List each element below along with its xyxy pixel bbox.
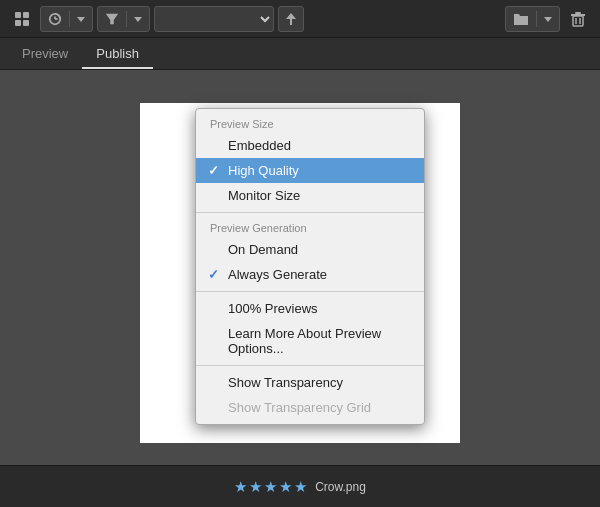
- menu-item-monitor-size[interactable]: Monitor Size: [196, 183, 424, 208]
- dropdown-menu: Preview Size Embedded High Quality Monit…: [195, 108, 425, 425]
- bottom-bar: ★ ★ ★ ★ ★ Crow.png: [0, 465, 600, 507]
- menu-item-show-transparency[interactable]: Show Transparency: [196, 370, 424, 395]
- filter-btn-group: [97, 6, 150, 32]
- menu-item-embedded[interactable]: Embedded: [196, 133, 424, 158]
- star-3[interactable]: ★: [264, 478, 277, 496]
- preview-btn-group: [40, 6, 93, 32]
- svg-rect-1: [23, 12, 29, 18]
- preview-gen-header: Preview Generation: [196, 217, 424, 237]
- svg-marker-12: [544, 17, 552, 22]
- menu-divider-1: [196, 212, 424, 213]
- menu-divider-2: [196, 291, 424, 292]
- filename-label: Crow.png: [315, 480, 366, 494]
- preview-size-header: Preview Size: [196, 113, 424, 133]
- star-5[interactable]: ★: [294, 478, 307, 496]
- tab-publish[interactable]: Publish: [82, 40, 153, 69]
- menu-item-high-quality[interactable]: High Quality: [196, 158, 424, 183]
- main-content: Preview Size Embedded High Quality Monit…: [0, 70, 600, 465]
- svg-rect-0: [15, 12, 21, 18]
- folder-icon[interactable]: [506, 7, 536, 31]
- svg-marker-7: [77, 17, 85, 22]
- menu-item-100-previews[interactable]: 100% Previews: [196, 296, 424, 321]
- filter-dropdown-arrow[interactable]: [127, 7, 149, 31]
- tabs-bar: Preview Publish: [0, 38, 600, 70]
- preview-dropdown-arrow[interactable]: [70, 7, 92, 31]
- delete-icon[interactable]: [564, 5, 592, 33]
- svg-marker-9: [134, 17, 142, 22]
- svg-marker-8: [106, 13, 118, 24]
- folder-dropdown-arrow[interactable]: [537, 7, 559, 31]
- svg-rect-14: [575, 12, 581, 14]
- svg-rect-3: [23, 20, 29, 26]
- menu-item-show-transparency-grid: Show Transparency Grid: [196, 395, 424, 420]
- preview-icon[interactable]: [41, 7, 69, 31]
- star-rating[interactable]: ★ ★ ★ ★ ★: [234, 478, 307, 496]
- menu-item-always-generate[interactable]: Always Generate: [196, 262, 424, 287]
- star-1[interactable]: ★: [234, 478, 247, 496]
- toolbar: Sort Manually: [0, 0, 600, 38]
- svg-rect-2: [15, 20, 21, 26]
- svg-rect-11: [290, 19, 292, 25]
- filter-icon[interactable]: [98, 7, 126, 31]
- star-2[interactable]: ★: [249, 478, 262, 496]
- menu-divider-3: [196, 365, 424, 366]
- tab-preview[interactable]: Preview: [8, 40, 82, 69]
- sort-direction-button[interactable]: [278, 6, 304, 32]
- menu-item-learn-more[interactable]: Learn More About Preview Options...: [196, 321, 424, 361]
- menu-item-on-demand[interactable]: On Demand: [196, 237, 424, 262]
- sort-select[interactable]: Sort Manually: [154, 6, 274, 32]
- svg-marker-10: [286, 13, 296, 19]
- svg-rect-15: [573, 16, 583, 26]
- filter-icon[interactable]: [8, 5, 36, 33]
- star-4[interactable]: ★: [279, 478, 292, 496]
- folder-btn-group: [505, 6, 560, 32]
